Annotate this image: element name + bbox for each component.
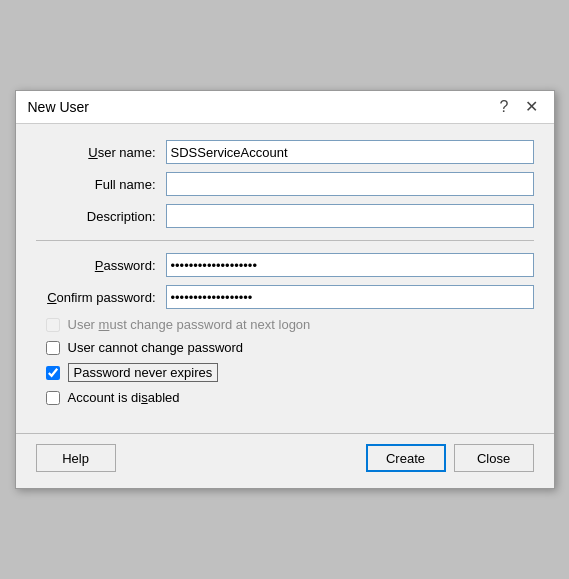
fullname-input[interactable] [166, 172, 534, 196]
must-change-row: User must change password at next logon [36, 317, 534, 332]
cannot-change-row: User cannot change password [36, 340, 534, 355]
username-input[interactable] [166, 140, 534, 164]
password-input[interactable] [166, 253, 534, 277]
cannot-change-checkbox[interactable] [46, 341, 60, 355]
description-row: Description: [36, 204, 534, 228]
dialog-title: New User [28, 99, 89, 115]
new-user-dialog: New User ? ✕ User name: Full name: Descr… [15, 90, 555, 489]
confirm-password-row: Confirm password: [36, 285, 534, 309]
never-expires-row: Password never expires [36, 363, 534, 382]
password-row: Password: [36, 253, 534, 277]
title-bar: New User ? ✕ [16, 91, 554, 124]
create-button[interactable]: Create [366, 444, 446, 472]
form-area: User name: Full name: Description: Passw… [16, 124, 554, 429]
help-icon-button[interactable]: ? [496, 99, 513, 115]
never-expires-checkbox[interactable] [46, 366, 60, 380]
close-dialog-button[interactable]: Close [454, 444, 534, 472]
account-disabled-label: Account is disabled [68, 390, 180, 405]
separator-1 [36, 240, 534, 241]
confirm-password-label: Confirm password: [36, 290, 166, 305]
account-disabled-checkbox[interactable] [46, 391, 60, 405]
username-row: User name: [36, 140, 534, 164]
username-label: User name: [36, 145, 166, 160]
fullname-row: Full name: [36, 172, 534, 196]
description-input[interactable] [166, 204, 534, 228]
cannot-change-label: User cannot change password [68, 340, 244, 355]
never-expires-label[interactable]: Password never expires [68, 363, 219, 382]
description-label: Description: [36, 209, 166, 224]
help-button[interactable]: Help [36, 444, 116, 472]
password-label: Password: [36, 258, 166, 273]
account-disabled-row: Account is disabled [36, 390, 534, 405]
fullname-label: Full name: [36, 177, 166, 192]
must-change-label: User must change password at next logon [68, 317, 311, 332]
button-row: Help Create Close [16, 433, 554, 488]
confirm-password-input[interactable] [166, 285, 534, 309]
must-change-checkbox[interactable] [46, 318, 60, 332]
close-button[interactable]: ✕ [521, 99, 542, 115]
title-bar-controls: ? ✕ [496, 99, 542, 115]
